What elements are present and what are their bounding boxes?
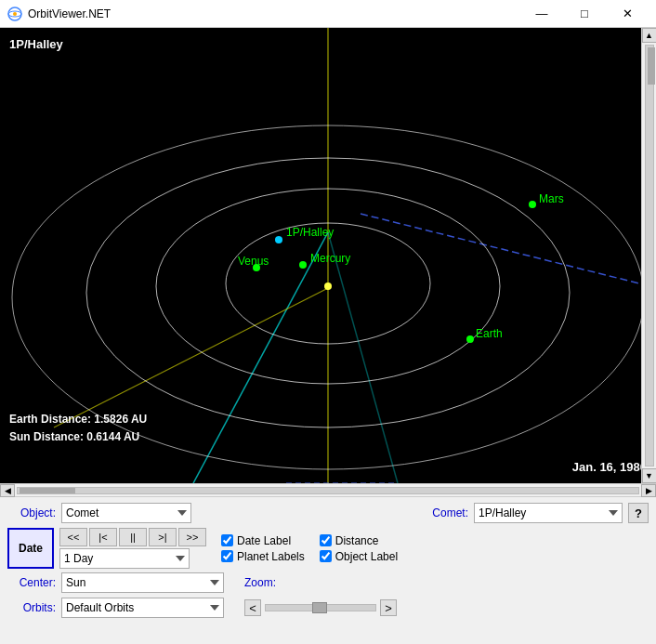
zoom-track[interactable]: [265, 604, 376, 611]
app-icon: [7, 7, 22, 21]
distance-checkbox-row: Distance: [320, 534, 403, 547]
comet-selector-group: Comet: 1P/Halley 2P/Encke 9P/Tempel 1 ?: [432, 503, 649, 523]
next-button[interactable]: >|: [149, 528, 177, 546]
svg-point-17: [466, 335, 474, 343]
vscroll-down-btn[interactable]: ▼: [642, 468, 657, 483]
zoom-thumb[interactable]: [312, 602, 327, 613]
object-select[interactable]: Comet Asteroid Planet: [61, 503, 191, 523]
center-label: Center:: [7, 576, 56, 589]
main-area: 1P/Halley Venus Mercury Earth Mars 1P/Ha…: [0, 28, 656, 496]
window-controls: — □ ✕: [520, 0, 649, 28]
svg-point-2: [13, 12, 17, 16]
svg-line-7: [361, 214, 656, 288]
date-label-checkbox-row: Date Label: [221, 534, 305, 547]
svg-line-6: [54, 288, 328, 427]
prev-button[interactable]: |<: [89, 528, 117, 546]
date-nav-section: Date << |< || >| >> 1 Day 1 Week 1 Month…: [7, 528, 649, 569]
object-comet-row: Object: Comet Asteroid Planet Comet: 1P/…: [7, 503, 649, 523]
object-selector-group: Object: Comet Asteroid Planet: [7, 503, 191, 523]
window-title: OrbitViewer.NET: [28, 7, 111, 20]
svg-point-13: [324, 283, 332, 290]
center-row: Center: Sun Earth Mars Zoom:: [7, 572, 649, 593]
canvas-wrapper: 1P/Halley Venus Mercury Earth Mars 1P/Ha…: [0, 28, 656, 496]
planet-labels-checkbox-row: Planet Labels: [221, 550, 305, 563]
vscroll-thumb[interactable]: [648, 47, 655, 85]
title-bar: OrbitViewer.NET — □ ✕: [0, 0, 656, 28]
svg-text:1P/Halley: 1P/Halley: [286, 226, 334, 239]
close-button[interactable]: ✕: [606, 0, 649, 28]
svg-line-4: [193, 232, 328, 483]
nav-controls: << |< || >| >> 1 Day 1 Week 1 Month 1 Ye…: [59, 528, 206, 569]
zoom-increase-button[interactable]: >: [380, 599, 397, 616]
checkboxes-panel: Date Label Distance Planet Labels Object…: [221, 534, 402, 563]
date-label-checkbox-label[interactable]: Date Label: [237, 534, 291, 547]
svg-text:Mercury: Mercury: [310, 252, 350, 265]
minimize-button[interactable]: —: [520, 0, 563, 28]
date-label-checkbox[interactable]: [221, 534, 233, 546]
vertical-scrollbar[interactable]: ▲ ▼: [641, 28, 656, 483]
object-label: Object:: [7, 506, 56, 519]
object-label-checkbox[interactable]: [320, 550, 332, 562]
hscroll-track[interactable]: [17, 487, 639, 494]
planet-labels-checkbox-label[interactable]: Planet Labels: [237, 550, 305, 563]
center-select[interactable]: Sun Earth Mars: [61, 572, 224, 593]
vscroll-up-btn[interactable]: ▲: [642, 28, 657, 43]
controls-panel: Object: Comet Asteroid Planet Comet: 1P/…: [0, 496, 656, 644]
svg-point-14: [275, 236, 282, 243]
prev-prev-button[interactable]: <<: [59, 528, 87, 546]
step-select[interactable]: 1 Day 1 Week 1 Month 1 Year: [59, 548, 190, 569]
svg-line-5: [328, 232, 398, 483]
orbits-zoom-row: Orbits: Default Orbits All Orbits No Orb…: [7, 598, 649, 618]
zoom-slider-group: < >: [244, 599, 397, 616]
svg-point-16: [299, 261, 307, 269]
svg-text:Earth: Earth: [476, 327, 503, 340]
help-button[interactable]: ?: [628, 503, 649, 523]
orbits-select[interactable]: Default Orbits All Orbits No Orbits: [61, 598, 224, 618]
zoom-label: Zoom:: [244, 576, 276, 589]
vscroll-track[interactable]: [645, 45, 654, 467]
svg-text:Mars: Mars: [539, 192, 564, 205]
distance-checkbox[interactable]: [320, 534, 332, 546]
pause-button[interactable]: ||: [119, 528, 147, 546]
distance-checkbox-label[interactable]: Distance: [335, 534, 379, 547]
hscroll-left-btn[interactable]: ◀: [0, 484, 15, 497]
step-row: 1 Day 1 Week 1 Month 1 Year: [59, 548, 206, 569]
nav-buttons-row: << |< || >| >>: [59, 528, 206, 546]
orbits-label: Orbits:: [7, 601, 56, 614]
object-label-checkbox-label[interactable]: Object Label: [335, 550, 398, 563]
comet-select[interactable]: 1P/Halley 2P/Encke 9P/Tempel 1: [474, 503, 623, 523]
maximize-button[interactable]: □: [563, 0, 606, 28]
next-next-button[interactable]: >>: [178, 528, 206, 546]
orbit-svg: 1P/Halley Venus Mercury Earth Mars: [0, 28, 656, 483]
svg-point-18: [529, 201, 536, 208]
hscroll-right-btn[interactable]: ▶: [641, 484, 656, 497]
comet-label: Comet:: [432, 506, 468, 519]
orbit-canvas[interactable]: 1P/Halley Venus Mercury Earth Mars 1P/Ha…: [0, 28, 656, 483]
zoom-decrease-button[interactable]: <: [244, 599, 261, 616]
svg-text:Venus: Venus: [238, 255, 269, 268]
planet-labels-checkbox[interactable]: [221, 550, 233, 562]
date-button[interactable]: Date: [7, 528, 54, 569]
hscroll-thumb[interactable]: [20, 488, 75, 493]
object-label-checkbox-row: Object Label: [320, 550, 403, 563]
horizontal-scrollbar[interactable]: ◀ ▶: [0, 483, 656, 496]
